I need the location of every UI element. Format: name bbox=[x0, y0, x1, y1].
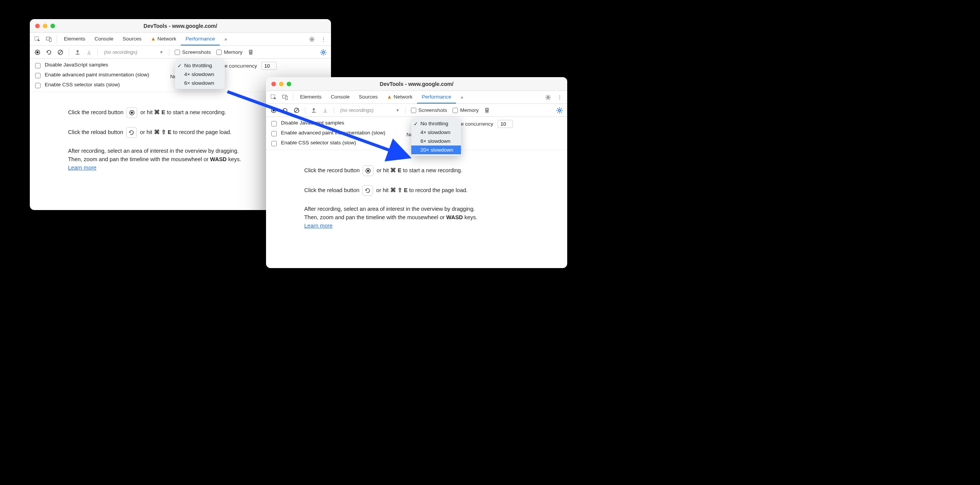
dd-item-6x[interactable]: 6× slowdown bbox=[175, 79, 225, 87]
perf-toolbar: (no recordings) ▾ Screenshots Memory bbox=[30, 46, 331, 59]
warning-icon: ▲ bbox=[151, 36, 156, 42]
learn-more-link[interactable]: Learn more bbox=[304, 223, 333, 229]
tab-sources[interactable]: Sources bbox=[354, 91, 383, 103]
minimize-button[interactable] bbox=[279, 82, 284, 86]
adv-paint-checkbox[interactable]: Enable advanced paint instrumentation (s… bbox=[270, 130, 401, 137]
zoom-button[interactable] bbox=[50, 24, 55, 28]
memory-checkbox[interactable]: Memory bbox=[215, 49, 244, 55]
cpu-throttling-dropdown[interactable]: ✓No throttling 4× slowdown 6× slowdown 2… bbox=[411, 118, 461, 156]
dd-item-20x[interactable]: 20× slowdown bbox=[411, 146, 461, 154]
reload-inline-button[interactable] bbox=[362, 185, 373, 196]
screenshots-checkbox[interactable]: Screenshots bbox=[409, 107, 449, 113]
tab-sources[interactable]: Sources bbox=[118, 33, 146, 45]
reload-inline-button[interactable] bbox=[126, 127, 137, 138]
cpu-throttling-dropdown[interactable]: ✓No throttling 4× slowdown 6× slowdown bbox=[175, 60, 225, 89]
upload-icon[interactable] bbox=[73, 48, 82, 57]
download-icon[interactable] bbox=[321, 106, 330, 115]
svg-point-16 bbox=[273, 109, 275, 112]
check-icon: ✓ bbox=[177, 63, 182, 69]
hw-concurrency-input[interactable] bbox=[261, 62, 277, 70]
close-button[interactable] bbox=[35, 24, 40, 28]
hw-concurrency-input[interactable] bbox=[498, 120, 513, 128]
adv-paint-checkbox[interactable]: Enable advanced paint instrumentation (s… bbox=[34, 72, 165, 79]
clear-button[interactable] bbox=[56, 48, 65, 57]
tab-network[interactable]: ▲ Network bbox=[146, 33, 181, 45]
tab-network[interactable]: ▲ Network bbox=[382, 91, 417, 103]
recordings-select[interactable]: (no recordings) ▾ bbox=[338, 107, 401, 114]
svg-line-18 bbox=[295, 109, 298, 112]
caret-down-icon: ▾ bbox=[160, 49, 163, 55]
minimize-button[interactable] bbox=[43, 24, 47, 28]
capture-settings-icon[interactable] bbox=[555, 106, 564, 115]
dd-item-4x[interactable]: 4× slowdown bbox=[175, 70, 225, 79]
tab-console[interactable]: Console bbox=[90, 33, 118, 45]
caret-down-icon: ▾ bbox=[396, 107, 399, 113]
close-button[interactable] bbox=[271, 82, 276, 86]
inspect-icon[interactable] bbox=[32, 33, 43, 45]
css-stats-checkbox[interactable]: Enable CSS selector stats (slow) bbox=[34, 82, 165, 89]
capture-settings-icon[interactable] bbox=[319, 48, 328, 57]
record-inline-button[interactable] bbox=[127, 107, 137, 118]
download-icon[interactable] bbox=[84, 48, 94, 57]
device-toggle-icon[interactable] bbox=[280, 91, 290, 103]
more-tabs-icon[interactable]: » bbox=[457, 91, 467, 103]
svg-rect-2 bbox=[49, 38, 51, 42]
devtools-tabbar: Elements Console Sources ▲ Network Perfo… bbox=[30, 33, 331, 46]
dd-item-6x[interactable]: 6× slowdown bbox=[411, 137, 461, 146]
svg-point-19 bbox=[558, 109, 561, 112]
reload-button[interactable] bbox=[281, 106, 290, 115]
devtools-tabbar: Elements Console Sources ▲ Network Perfo… bbox=[266, 91, 567, 104]
svg-point-10 bbox=[131, 112, 133, 114]
warning-icon: ▲ bbox=[387, 94, 392, 100]
panel-tabs: Elements Console Sources ▲ Network Perfo… bbox=[59, 33, 220, 45]
svg-point-21 bbox=[367, 170, 369, 172]
kebab-menu-icon[interactable]: ⋮ bbox=[554, 91, 565, 103]
capture-settings-panel: Disable JavaScript samples Enable advanc… bbox=[266, 117, 567, 150]
devtools-window: DevTools - www.google.com/ Elements Cons… bbox=[266, 77, 567, 268]
trash-icon[interactable] bbox=[246, 48, 255, 57]
tab-performance[interactable]: Performance bbox=[181, 33, 219, 45]
svg-point-8 bbox=[322, 51, 325, 53]
learn-more-link[interactable]: Learn more bbox=[68, 165, 96, 171]
upload-icon[interactable] bbox=[309, 106, 318, 115]
disable-js-checkbox[interactable]: Disable JavaScript samples bbox=[270, 120, 401, 128]
screenshots-checkbox[interactable]: Screenshots bbox=[173, 49, 213, 55]
perf-landing-body: Click the record button or hit ⌘ E to st… bbox=[266, 150, 567, 243]
check-icon: ✓ bbox=[414, 121, 418, 127]
disable-js-checkbox[interactable]: Disable JavaScript samples bbox=[34, 62, 165, 70]
zoom-button[interactable] bbox=[287, 82, 291, 86]
dd-item-no-throttling[interactable]: ✓No throttling bbox=[411, 119, 461, 128]
more-tabs-icon[interactable]: » bbox=[221, 33, 231, 45]
memory-checkbox[interactable]: Memory bbox=[451, 107, 480, 113]
tab-console[interactable]: Console bbox=[326, 91, 354, 103]
window-title: DevTools - www.google.com/ bbox=[266, 81, 567, 87]
tab-elements[interactable]: Elements bbox=[295, 91, 326, 103]
record-button[interactable] bbox=[269, 106, 278, 115]
titlebar: DevTools - www.google.com/ bbox=[30, 19, 331, 33]
clear-button[interactable] bbox=[292, 106, 301, 115]
dd-item-4x[interactable]: 4× slowdown bbox=[411, 128, 461, 137]
reload-button[interactable] bbox=[44, 48, 54, 57]
kebab-menu-icon[interactable]: ⋮ bbox=[318, 33, 329, 45]
titlebar: DevTools - www.google.com/ bbox=[266, 77, 567, 91]
settings-gear-icon[interactable] bbox=[307, 33, 317, 45]
svg-rect-13 bbox=[286, 96, 287, 100]
device-toggle-icon[interactable] bbox=[44, 33, 54, 45]
window-title: DevTools - www.google.com/ bbox=[30, 23, 331, 29]
dd-item-no-throttling[interactable]: ✓No throttling bbox=[175, 61, 225, 70]
settings-gear-icon[interactable] bbox=[543, 91, 553, 103]
traffic-lights bbox=[266, 82, 297, 86]
inspect-icon[interactable] bbox=[268, 91, 279, 103]
record-button[interactable] bbox=[33, 48, 42, 57]
panel-tabs: Elements Console Sources ▲ Network Perfo… bbox=[295, 91, 456, 103]
svg-point-5 bbox=[36, 51, 39, 53]
css-stats-checkbox[interactable]: Enable CSS selector stats (slow) bbox=[270, 140, 401, 147]
svg-point-14 bbox=[547, 96, 549, 98]
tab-performance[interactable]: Performance bbox=[417, 91, 456, 103]
recordings-select[interactable]: (no recordings) ▾ bbox=[102, 48, 165, 56]
record-inline-button[interactable] bbox=[363, 165, 373, 176]
svg-point-3 bbox=[311, 38, 313, 40]
perf-toolbar: (no recordings) ▾ Screenshots Memory bbox=[266, 104, 567, 117]
tab-elements[interactable]: Elements bbox=[59, 33, 90, 45]
trash-icon[interactable] bbox=[482, 106, 492, 115]
